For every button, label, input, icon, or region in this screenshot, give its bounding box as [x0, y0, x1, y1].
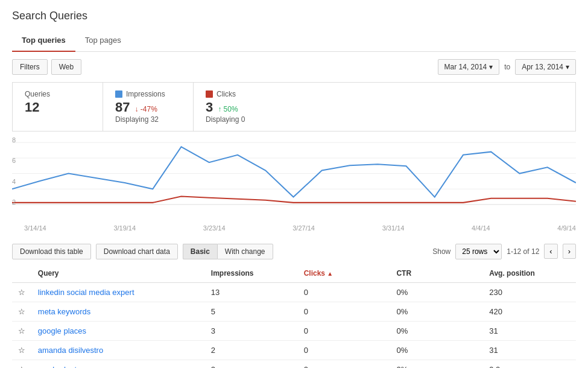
show-label: Show	[432, 247, 450, 256]
query-link-1[interactable]: meta keywords	[38, 307, 90, 316]
x-label-4: 3/31/14	[382, 224, 405, 232]
star-cell-3[interactable]: ☆	[12, 340, 32, 360]
x-axis-labels: 3/14/14 3/19/14 3/23/14 3/27/14 3/31/14 …	[12, 223, 576, 232]
chart-svg-container	[12, 136, 576, 223]
avg-position-cell-2: 31	[483, 321, 576, 340]
impressions-cell-4: 2	[205, 360, 298, 368]
queries-label: Queries	[25, 90, 90, 98]
query-cell-2: google places	[32, 321, 205, 340]
y-label-8: 8	[12, 136, 22, 144]
table-row: ☆ google places 3 0 0% 31	[12, 321, 576, 340]
x-label-5: 4/4/14	[472, 224, 490, 232]
basic-view-button[interactable]: Basic	[183, 244, 217, 259]
clicks-change: ↑ 50%	[218, 105, 238, 113]
col-impressions-header[interactable]: Impressions	[205, 264, 298, 283]
ctr-cell-0: 0%	[390, 282, 483, 302]
star-cell-0[interactable]: ☆	[12, 282, 32, 302]
query-link-2[interactable]: google places	[38, 326, 86, 335]
chevron-down-icon-2: ▾	[566, 63, 569, 71]
avg-position-cell-4: 9.0	[483, 360, 576, 368]
data-table: Query Impressions Clicks ▲ CTR Avg. posi…	[12, 264, 576, 368]
impressions-legend-dot	[115, 90, 122, 98]
star-cell-2[interactable]: ☆	[12, 321, 32, 340]
query-cell-0: linkedin social media expert	[32, 282, 205, 302]
clicks-cell-2: 0	[298, 321, 391, 340]
date-to-button[interactable]: Apr 13, 2014 ▾	[515, 59, 576, 75]
impressions-label: Impressions	[115, 90, 181, 98]
query-link-4[interactable]: seo budget	[38, 365, 77, 368]
clicks-cell-1: 0	[298, 302, 391, 321]
impressions-cell-2: 3	[205, 321, 298, 340]
table-row: ☆ amanda disilvestro 2 0 0% 31	[12, 340, 576, 360]
col-ctr-header[interactable]: CTR	[390, 264, 483, 283]
table-row: ☆ linkedin social media expert 13 0 0% 2…	[12, 282, 576, 302]
avg-position-cell-3: 31	[483, 340, 576, 360]
star-cell-4[interactable]: ☆	[12, 360, 32, 368]
impressions-displaying: Displaying 32	[115, 115, 181, 124]
chart-with-yaxis: 8 6 4 2	[12, 136, 576, 223]
pagination-info: 1-12 of 12	[507, 247, 539, 256]
tabs-container: Top queries Top pages	[12, 30, 576, 52]
avg-position-cell-0: 230	[483, 282, 576, 302]
table-row: ☆ seo budget 2 0 0% 9.0	[12, 360, 576, 368]
toolbar-right: Mar 14, 2014 ▾ to Apr 13, 2014 ▾	[438, 59, 576, 75]
download-table-button[interactable]: Download this table	[12, 244, 91, 259]
table-header-row: Query Impressions Clicks ▲ CTR Avg. posi…	[12, 264, 576, 283]
date-from-button[interactable]: Mar 14, 2014 ▾	[438, 59, 500, 75]
query-cell-3: amanda disilvestro	[32, 340, 205, 360]
x-label-1: 3/19/14	[113, 224, 136, 232]
ctr-cell-3: 0%	[390, 340, 483, 360]
clicks-legend-dot	[206, 90, 213, 98]
tab-top-queries[interactable]: Top queries	[12, 30, 75, 52]
date-to-label: Apr 13, 2014	[522, 63, 563, 71]
stat-queries: Queries 12	[13, 83, 103, 131]
avg-position-cell-1: 420	[483, 302, 576, 321]
query-link-0[interactable]: linkedin social media expert	[38, 288, 134, 297]
clicks-displaying: Displaying 0	[206, 115, 272, 124]
col-star-header	[12, 264, 32, 283]
ctr-cell-4: 0%	[390, 360, 483, 368]
with-change-view-button[interactable]: With change	[217, 244, 273, 259]
prev-page-button[interactable]: ‹	[544, 244, 557, 259]
impressions-cell-3: 2	[205, 340, 298, 360]
stat-impressions: Impressions 87 ↓ -47% Displaying 32	[103, 83, 194, 131]
y-label-4: 4	[12, 178, 22, 185]
filters-button[interactable]: Filters	[12, 59, 48, 75]
date-from-label: Mar 14, 2014	[444, 63, 487, 71]
x-label-6: 4/9/14	[557, 224, 576, 232]
clicks-cell-0: 0	[298, 282, 391, 302]
impressions-cell-1: 5	[205, 302, 298, 321]
col-avg-header[interactable]: Avg. position	[483, 264, 576, 283]
web-button[interactable]: Web	[51, 59, 81, 75]
toolbar: Filters Web Mar 14, 2014 ▾ to Apr 13, 20…	[12, 59, 576, 75]
chart-svg	[12, 136, 576, 223]
col-clicks-header[interactable]: Clicks ▲	[298, 264, 391, 283]
download-chart-button[interactable]: Download chart data	[96, 244, 178, 259]
x-label-0: 3/14/14	[24, 224, 46, 232]
page-title: Search Queries	[12, 10, 576, 22]
star-cell-1[interactable]: ☆	[12, 302, 32, 321]
query-link-3[interactable]: amanda disilvestro	[38, 346, 103, 355]
ctr-cell-1: 0%	[390, 302, 483, 321]
to-label: to	[504, 63, 510, 71]
col-query-header: Query	[32, 264, 205, 283]
clicks-value: 3	[206, 100, 213, 115]
next-page-button[interactable]: ›	[563, 244, 576, 259]
stat-clicks: Clicks 3 ↑ 50% Displaying 0	[194, 83, 284, 131]
sort-arrow-icon: ▲	[327, 270, 333, 277]
rows-select[interactable]: 25 rows 10 rows 50 rows	[455, 244, 502, 259]
clicks-cell-4: 0	[298, 360, 391, 368]
x-label-3: 3/27/14	[292, 224, 315, 232]
table-head: Query Impressions Clicks ▲ CTR Avg. posi…	[12, 264, 576, 283]
query-cell-4: seo budget	[32, 360, 205, 368]
table-toolbar: Download this table Download chart data …	[12, 239, 576, 264]
impressions-cell-0: 13	[205, 282, 298, 302]
clicks-label: Clicks	[206, 90, 272, 98]
tab-top-pages[interactable]: Top pages	[75, 30, 131, 52]
impressions-value: 87	[115, 100, 130, 115]
y-label-2: 2	[12, 198, 22, 206]
ctr-cell-2: 0%	[390, 321, 483, 340]
x-label-2: 3/23/14	[203, 224, 226, 232]
table-row: ☆ meta keywords 5 0 0% 420	[12, 302, 576, 321]
clicks-cell-3: 0	[298, 340, 391, 360]
